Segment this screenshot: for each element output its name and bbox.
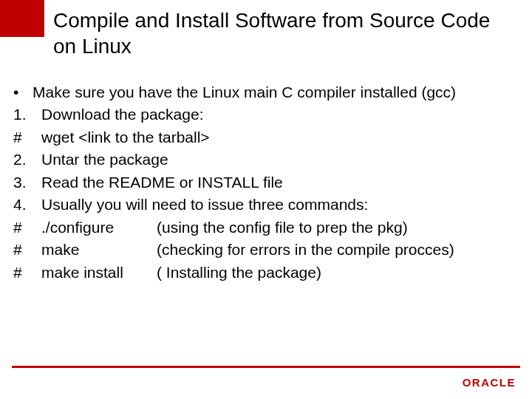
item-marker: # (12, 126, 41, 149)
command-item: # make install ( Installing the package) (12, 262, 510, 284)
command-note: (checking for errors in the compile proc… (157, 239, 454, 261)
slide-title: Compile and Install Software from Source… (53, 7, 510, 59)
footer-divider (12, 366, 520, 368)
bullet-item: • Make sure you have the Linux main C co… (12, 81, 510, 103)
command-note: (using the config file to prep the pkg) (157, 216, 408, 239)
bullet-marker: • (12, 81, 33, 103)
brand-block (0, 0, 44, 37)
command-text: make install (41, 262, 157, 284)
item-text: Usually you will need to issue three com… (41, 194, 510, 216)
item-marker: 2. (12, 149, 41, 171)
command-item: # make (checking for errors in the compi… (12, 239, 510, 261)
item-marker: 4. (12, 194, 41, 216)
list-item: # wget <link to the tarball> (12, 126, 510, 149)
item-text: Read the README or INSTALL file (41, 171, 510, 194)
list-item: 1. Download the package: (12, 103, 510, 126)
item-marker: # (12, 216, 41, 239)
item-marker: 1. (12, 103, 41, 126)
list-item: 2. Untar the package (12, 149, 510, 171)
item-text: Download the package: (41, 103, 510, 126)
command-text: ./configure (41, 216, 157, 239)
item-marker: # (12, 239, 41, 261)
command-item: # ./configure (using the config file to … (12, 216, 510, 239)
command-text: make (41, 239, 157, 261)
item-text: Untar the package (41, 149, 510, 171)
oracle-logo: ORACLE (463, 376, 516, 389)
list-item: 4. Usually you will need to issue three … (12, 194, 510, 216)
slide-body: • Make sure you have the Linux main C co… (12, 81, 510, 284)
list-item: 3. Read the README or INSTALL file (12, 171, 510, 194)
bullet-text: Make sure you have the Linux main C comp… (33, 81, 510, 103)
command-note: ( Installing the package) (157, 262, 321, 284)
item-marker: 3. (12, 171, 41, 194)
item-marker: # (12, 262, 41, 284)
item-text: wget <link to the tarball> (41, 126, 510, 149)
